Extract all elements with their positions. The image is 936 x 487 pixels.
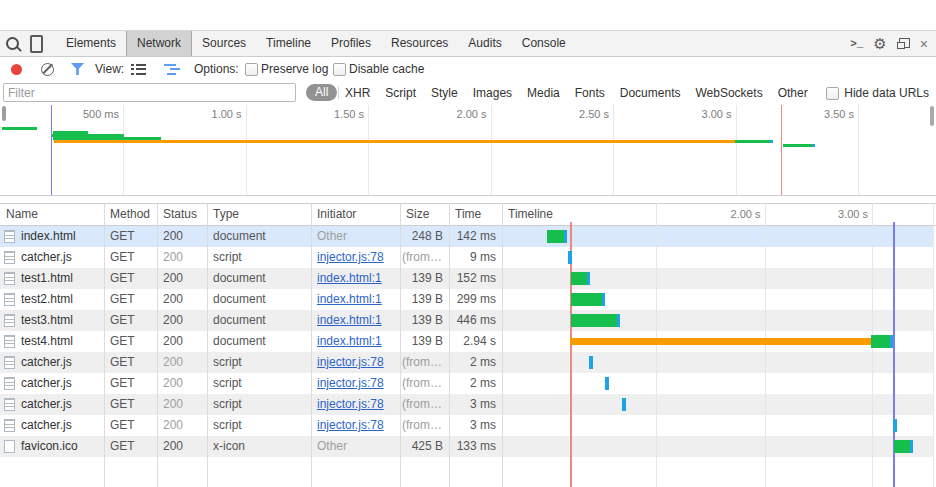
timeline-header-label: 3.00 s	[798, 204, 868, 225]
type-filter-xhr[interactable]: XHR	[345, 86, 370, 100]
cell-size: 139 B	[400, 310, 449, 331]
table-row[interactable]: index.htmlGET200documentOther248 B142 ms	[0, 226, 933, 247]
cell-size: 425 B	[400, 436, 449, 457]
tab-elements[interactable]: Elements	[56, 31, 126, 56]
initiator-link[interactable]: injector.js:78	[317, 397, 384, 411]
type-filter-script[interactable]: Script	[385, 86, 416, 100]
request-name: catcher.js	[21, 415, 72, 436]
filter-toggle-button[interactable]	[71, 57, 84, 81]
hide-data-urls-control: Hide data URLs	[826, 81, 929, 105]
tab-sources[interactable]: Sources	[192, 31, 256, 56]
hide-data-urls-checkbox[interactable]	[826, 87, 839, 100]
table-row[interactable]: favicon.icoGET200x-iconOther425 B133 ms	[0, 436, 933, 457]
type-filter-other[interactable]: Other	[778, 86, 808, 100]
request-name: test2.html	[21, 289, 73, 310]
overview-gridline	[246, 105, 247, 195]
cell-type: document	[207, 268, 311, 289]
table-row[interactable]: test2.htmlGET200documentindex.html:1139 …	[0, 289, 933, 310]
table-row[interactable]: catcher.jsGET200scriptinjector.js:78(fro…	[0, 247, 933, 268]
cell-name: catcher.js	[0, 394, 104, 415]
search-icon[interactable]	[0, 32, 24, 56]
cell-name: test1.html	[0, 268, 104, 289]
table-row[interactable]: test4.htmlGET200documentindex.html:1139 …	[0, 331, 933, 352]
console-drawer-icon[interactable]: >_	[850, 38, 863, 50]
initiator-link[interactable]: index.html:1	[317, 292, 382, 306]
overview-scrollbar-thumb[interactable]	[930, 106, 934, 126]
cell-initiator: index.html:1	[311, 331, 400, 352]
cell-method: GET	[104, 289, 157, 310]
type-filter-fonts[interactable]: Fonts	[575, 86, 605, 100]
initiator-link[interactable]: injector.js:78	[317, 418, 384, 432]
cell-size: (from cache)	[400, 394, 449, 415]
network-toolbar: View: Options: Preserve log Disable cach…	[0, 57, 936, 81]
column-header-type[interactable]: Type	[207, 204, 311, 225]
timeline-header-label: 2.00 s	[691, 204, 761, 225]
tab-console[interactable]: Console	[512, 31, 576, 56]
dock-side-icon[interactable]	[897, 38, 910, 49]
settings-gear-icon[interactable]: ⚙	[873, 36, 886, 51]
table-row[interactable]: catcher.jsGET200scriptinjector.js:78(fro…	[0, 394, 933, 415]
timeline-overview[interactable]: 500 ms1.00 s1.50 s2.00 s2.50 s3.00 s3.50…	[0, 105, 936, 196]
device-mode-icon[interactable]	[24, 32, 48, 56]
table-row[interactable]: catcher.jsGET200scriptinjector.js:78(fro…	[0, 373, 933, 394]
initiator-link[interactable]: injector.js:78	[317, 355, 384, 369]
cell-initiator: Other	[311, 436, 400, 457]
overview-grip-handle[interactable]	[2, 106, 6, 121]
document-icon	[4, 335, 15, 348]
initiator-link[interactable]: index.html:1	[317, 334, 382, 348]
cell-status: 200	[157, 268, 207, 289]
tab-resources[interactable]: Resources	[381, 31, 458, 56]
clear-button[interactable]	[41, 57, 54, 81]
filter-input[interactable]	[3, 83, 296, 102]
overview-domcontentloaded-line	[51, 105, 52, 195]
preserve-log-checkbox[interactable]	[245, 57, 258, 81]
initiator-link[interactable]: injector.js:78	[317, 250, 384, 264]
column-header-status[interactable]: Status	[157, 204, 207, 225]
overview-bar	[770, 140, 773, 143]
type-filter-images[interactable]: Images	[473, 86, 512, 100]
type-filter-all[interactable]: All	[306, 84, 337, 101]
table-row[interactable]: test3.htmlGET200documentindex.html:1139 …	[0, 310, 933, 331]
list-view-icon	[131, 64, 146, 75]
cell-method: GET	[104, 310, 157, 331]
cell-time: 133 ms	[449, 436, 502, 457]
cell-size: (from cache)	[400, 373, 449, 394]
cell-method: GET	[104, 352, 157, 373]
column-header-size[interactable]: Size	[400, 204, 449, 225]
table-row[interactable]: test1.htmlGET200documentindex.html:1139 …	[0, 268, 933, 289]
type-filter-documents[interactable]: Documents	[620, 86, 681, 100]
table-row[interactable]: catcher.jsGET200scriptinjector.js:78(fro…	[0, 415, 933, 436]
tab-network[interactable]: Network	[126, 31, 192, 56]
disable-cache-checkbox[interactable]	[333, 57, 346, 81]
tab-profiles[interactable]: Profiles	[321, 31, 381, 56]
tab-audits[interactable]: Audits	[458, 31, 511, 56]
waterfall-view-button[interactable]	[164, 57, 180, 81]
list-view-button[interactable]	[131, 57, 146, 81]
divider	[338, 86, 339, 99]
cell-time: 142 ms	[449, 226, 502, 247]
cell-method: GET	[104, 268, 157, 289]
view-label: View:	[95, 57, 124, 81]
cell-name: catcher.js	[0, 415, 104, 436]
record-button[interactable]	[11, 57, 22, 81]
type-filter-style[interactable]: Style	[431, 86, 458, 100]
column-header-method[interactable]: Method	[104, 204, 157, 225]
close-icon[interactable]: ×	[920, 37, 928, 51]
overview-gridline	[858, 105, 859, 195]
column-header-time[interactable]: Time	[449, 204, 502, 225]
column-header-initiator[interactable]: Initiator	[311, 204, 400, 225]
document-icon	[4, 356, 15, 369]
column-header-name[interactable]: Name	[0, 204, 104, 225]
record-dot-icon	[11, 64, 22, 75]
document-icon	[4, 272, 15, 285]
type-filter-websockets[interactable]: WebSockets	[695, 86, 762, 100]
table-row[interactable]: catcher.jsGET200scriptinjector.js:78(fro…	[0, 352, 933, 373]
initiator-link[interactable]: index.html:1	[317, 313, 382, 327]
initiator-link[interactable]: injector.js:78	[317, 376, 384, 390]
cell-status: 200	[157, 373, 207, 394]
cell-status: 200	[157, 415, 207, 436]
tab-timeline[interactable]: Timeline	[256, 31, 321, 56]
initiator-link[interactable]: index.html:1	[317, 271, 382, 285]
type-filter-media[interactable]: Media	[527, 86, 560, 100]
cell-initiator: Other	[311, 226, 400, 247]
